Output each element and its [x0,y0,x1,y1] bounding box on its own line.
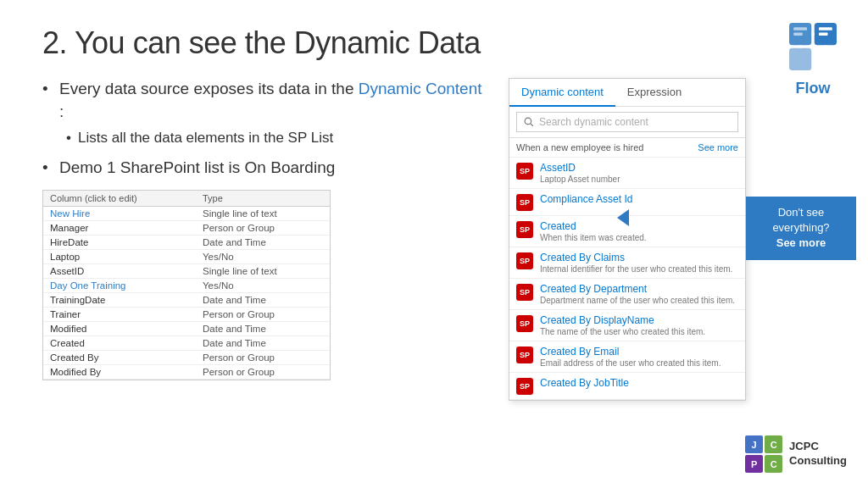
item-title-email: Created By Email [540,346,721,358]
panel-item-created-email[interactable]: SP Created By Email Email address of the… [509,341,745,373]
item-icon-email: SP [516,347,533,363]
table-row: Modified Date and Time [43,322,330,336]
item-desc-displayname: The name of the user who created this it… [540,327,705,336]
search-box[interactable]: Search dynamic content [516,112,738,132]
svg-rect-5 [819,27,832,30]
panel-item-created-displayname[interactable]: SP Created By DisplayName The name of th… [509,310,745,341]
sp-table: Column (click to edit) Type New Hire Sin… [42,190,331,380]
panel-item-assetid[interactable]: SP AssetID Laptop Asset number [509,158,745,189]
section-title: When a new employee is hired [516,142,643,152]
item-title-created-claims: Created By Claims [540,252,732,263]
bullet-list: Every data source exposes its data in th… [42,78,483,180]
search-placeholder: Search dynamic content [539,116,648,128]
svg-rect-4 [793,32,803,36]
item-icon-assetid: SP [516,163,533,180]
table-row: TrainingDate Date and Time [43,293,330,308]
dynamic-content-panel: Dynamic content Expression Search dynami… [509,78,746,401]
item-icon-displayname: SP [516,315,533,332]
flow-label: Flow [796,80,831,97]
col1-header: Column (click to edit) [50,193,203,203]
bullet-item-2: Demo 1 SharePoint list is On Boarding [42,157,483,180]
item-desc-created: When this item was created. [540,233,647,242]
table-row: AssetID Single line of text [43,264,330,279]
table-header: Column (click to edit) Type [43,191,330,207]
panel-search-area: Search dynamic content [509,107,745,138]
panel-section-label: When a new employee is hired See more [509,138,745,158]
slide: Flow 2. You can see the Dynamic Data Eve… [0,0,868,488]
item-title-assetid: AssetID [540,162,620,174]
jcpc-logo: J C P C JCPC Consulting [745,435,847,473]
item-title-compliance: Compliance Asset Id [540,193,632,205]
right-panel: Dynamic content Expression Search dynami… [509,78,754,401]
table-row: New Hire Single line of text [43,207,330,221]
callout-arrow [617,209,629,226]
item-desc-created-dept: Department name of the user who created … [540,296,735,305]
search-icon [524,117,534,127]
item-desc-email: Email address of the user who created th… [540,358,721,368]
callout-line1: Don't see [778,206,825,219]
item-icon-compliance: SP [516,194,533,211]
table-row: Manager Person or Group [43,221,330,236]
item-icon-created: SP [516,221,533,238]
table-row: Modified By Person or Group [43,365,330,380]
jcpc-squares: J C P C [745,435,782,473]
tab-dynamic-content[interactable]: Dynamic content [509,79,615,107]
item-title-displayname: Created By DisplayName [540,314,705,326]
item-title-jobtitle: Created By JobTitle [540,377,629,389]
table-row: Day One Training Yes/No [43,279,330,293]
panel-item-created-by-claims[interactable]: SP Created By Claims Internal identifier… [509,247,745,279]
item-title-created-dept: Created By Department [540,283,735,295]
flow-logo: Flow [783,17,843,97]
bullet-1-prefix: Every data source exposes its data in th… [59,80,359,97]
sub-bullet-list: Lists all the data elements in the SP Li… [59,128,483,148]
panel-item-created-by-dept[interactable]: SP Created By Department Department name… [509,279,745,310]
see-more-link[interactable]: See more [698,142,738,152]
item-icon-jobtitle: SP [516,378,533,395]
jcpc-sq-c2: C [765,455,782,473]
callout-line2: everything? [772,221,829,234]
svg-rect-6 [819,32,828,36]
item-desc-created-claims: Internal identifier for the user who cre… [540,264,732,274]
svg-rect-2 [789,48,811,70]
bullet-1-highlight: Dynamic Content [359,80,482,97]
table-row: Trainer Person or Group [43,308,330,322]
jcpc-sq-j: J [745,435,763,453]
item-title-created: Created [540,220,647,232]
callout-box: Don't see everything? See more [746,197,856,260]
panel-item-created-jobtitle[interactable]: SP Created By JobTitle [509,373,745,400]
item-icon-created-claims: SP [516,252,533,269]
item-icon-created-dept: SP [516,284,533,301]
panel-tabs: Dynamic content Expression [509,79,745,107]
jcpc-line2: Consulting [789,454,847,469]
table-row: Created Date and Time [43,336,330,351]
jcpc-line1: JCPC [789,440,847,454]
table-row: Laptop Yes/No [43,250,330,264]
flow-icon [783,17,843,76]
table-row: Created By Person or Group [43,351,330,365]
jcpc-sq-p: P [745,455,763,473]
tab-expression[interactable]: Expression [615,79,693,106]
callout-line3: See more [776,236,826,249]
bullet-item-1: Every data source exposes its data in th… [42,78,483,148]
page-title: 2. You can see the Dynamic Data [42,25,834,61]
left-panel: Every data source exposes its data in th… [42,78,483,380]
table-row: HireDate Date and Time [43,236,330,250]
jcpc-text: JCPC Consulting [789,440,847,469]
item-desc-assetid: Laptop Asset number [540,175,620,184]
bullet-1-suffix: : [59,103,64,120]
sub-bullet-1: Lists all the data elements in the SP Li… [59,128,483,148]
svg-rect-3 [793,27,807,30]
jcpc-sq-c1: C [765,435,782,453]
col2-header: Type [203,193,323,203]
svg-line-8 [531,124,533,126]
